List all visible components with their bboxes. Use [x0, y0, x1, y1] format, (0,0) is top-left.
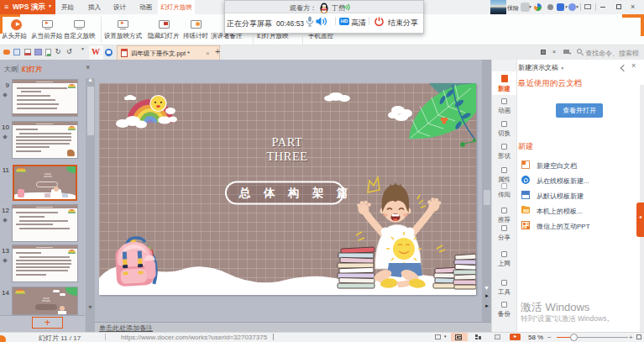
- svg-text:THREE: THREE: [266, 150, 307, 163]
- svg-text:PART: PART: [272, 135, 303, 149]
